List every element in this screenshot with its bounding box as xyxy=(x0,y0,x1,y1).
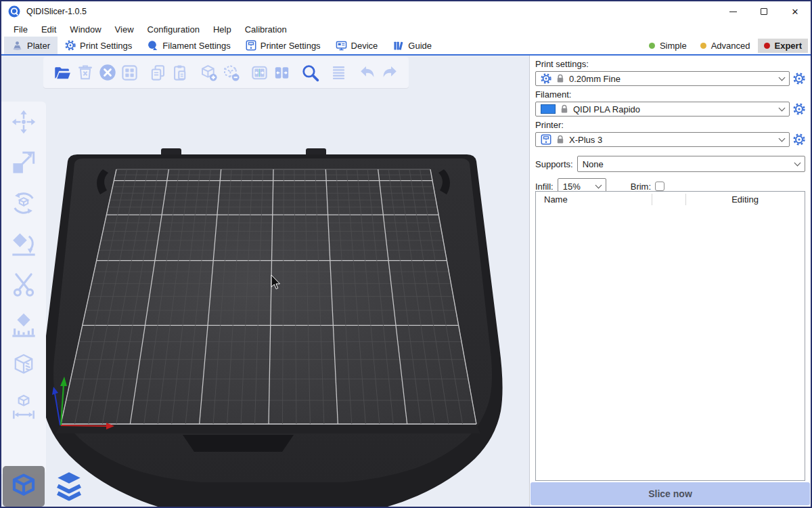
column-divider xyxy=(652,194,652,205)
mode-expert[interactable]: Expert xyxy=(758,39,808,53)
object-list[interactable]: Name Editing xyxy=(535,191,805,481)
bed-handle xyxy=(183,435,294,452)
paste-button[interactable] xyxy=(169,59,191,86)
variable-layer-height-icon xyxy=(330,64,348,82)
mode-simple[interactable]: Simple xyxy=(643,39,693,53)
filament-value: QIDI PLA Rapido xyxy=(573,104,640,114)
menu-calibration[interactable]: Calibration xyxy=(238,23,294,36)
settings-panel: Print settings: 0.20mm Fine Filament: QI… xyxy=(529,56,811,507)
menu-view[interactable]: View xyxy=(108,23,141,36)
slice-now-button[interactable]: Slice now xyxy=(531,482,810,505)
copy-button[interactable] xyxy=(147,59,169,86)
tab-label: Guide xyxy=(408,41,432,51)
view-mode-switcher xyxy=(3,466,90,507)
paint-supports-icon xyxy=(10,312,37,339)
3d-editor-icon xyxy=(9,471,39,501)
remove-instance-button[interactable] xyxy=(220,59,242,86)
preview-view-button[interactable] xyxy=(48,466,90,507)
tab-plater[interactable]: Plater xyxy=(4,37,58,54)
paint-supports-button[interactable] xyxy=(9,310,39,340)
guide-icon xyxy=(392,40,404,51)
lock-icon xyxy=(560,104,568,114)
split-to-objects-button[interactable] xyxy=(248,59,271,86)
printer-icon xyxy=(246,40,256,51)
menu-window[interactable]: Window xyxy=(63,23,108,36)
paste-icon xyxy=(171,64,189,82)
close-icon: ✕ xyxy=(792,7,799,16)
maximize-button[interactable] xyxy=(748,1,780,22)
printer-combo[interactable]: X-Plus 3 xyxy=(535,132,790,147)
undo-button[interactable] xyxy=(356,59,378,86)
plate-bevel xyxy=(55,424,480,433)
delete-button[interactable] xyxy=(74,59,96,86)
gear-icon xyxy=(65,40,76,51)
plater-icon xyxy=(12,40,23,51)
rotate-button[interactable] xyxy=(9,188,39,218)
mode-switcher: Simple Advanced Expert xyxy=(643,37,811,54)
printer-label: Printer: xyxy=(535,120,805,130)
filament-gear-button[interactable] xyxy=(793,103,805,115)
move-button[interactable] xyxy=(9,107,39,137)
3d-editor-view-button[interactable] xyxy=(3,466,45,507)
tab-print-settings[interactable]: Print Settings xyxy=(58,37,139,54)
menu-edit[interactable]: Edit xyxy=(35,23,63,36)
redo-icon xyxy=(380,63,399,82)
add-instance-icon xyxy=(200,64,218,82)
filament-color-swatch xyxy=(541,104,556,114)
brim-checkbox[interactable] xyxy=(655,182,664,191)
print-settings-label: Print settings: xyxy=(535,59,805,69)
column-divider xyxy=(685,194,686,205)
printer-icon xyxy=(541,134,551,145)
tab-printer-settings[interactable]: Printer Settings xyxy=(238,37,328,54)
remove-instance-icon xyxy=(222,64,240,82)
mode-label: Simple xyxy=(660,41,687,51)
tab-device[interactable]: Device xyxy=(328,37,386,54)
cut-button[interactable] xyxy=(9,270,39,299)
3d-viewport[interactable] xyxy=(1,56,529,507)
printer-gear-button[interactable] xyxy=(793,133,805,146)
scale-button[interactable] xyxy=(9,148,39,177)
tab-label: Plater xyxy=(27,41,50,51)
mode-advanced[interactable]: Advanced xyxy=(694,39,757,53)
menu-help[interactable]: Help xyxy=(206,23,238,36)
tab-label: Device xyxy=(351,41,378,51)
redo-button[interactable] xyxy=(378,59,401,86)
place-on-face-button[interactable] xyxy=(9,229,39,259)
chevron-down-icon xyxy=(779,135,786,142)
brim-label: Brim: xyxy=(631,182,651,192)
split-to-parts-button[interactable] xyxy=(271,59,293,86)
filament-combo[interactable]: QIDI PLA Rapido xyxy=(535,102,790,117)
close-button[interactable]: ✕ xyxy=(780,1,811,22)
lock-icon xyxy=(556,135,564,144)
printer-value: X-Plus 3 xyxy=(569,135,602,145)
expert-dot-icon xyxy=(764,43,770,49)
menu-file[interactable]: File xyxy=(7,23,35,36)
supports-value: None xyxy=(583,159,604,169)
tab-filament-settings[interactable]: Filament Settings xyxy=(139,37,238,54)
add-instance-button[interactable] xyxy=(198,59,220,86)
seam-button[interactable] xyxy=(9,351,39,381)
delete-all-button[interactable] xyxy=(96,59,118,86)
tab-label: Filament Settings xyxy=(162,41,230,51)
search-button[interactable] xyxy=(299,59,321,86)
advanced-dot-icon xyxy=(700,43,706,49)
arrange-button[interactable] xyxy=(118,59,141,86)
variable-layer-height-button[interactable] xyxy=(328,59,350,86)
supports-combo[interactable]: None xyxy=(577,156,805,172)
measure-button[interactable] xyxy=(9,391,39,421)
print-settings-gear-button[interactable] xyxy=(793,72,805,85)
measure-icon xyxy=(10,393,37,420)
minimize-button[interactable] xyxy=(717,1,748,22)
chevron-down-icon xyxy=(779,74,786,81)
print-settings-value: 0.20mm Fine xyxy=(569,74,621,84)
open-folder-icon xyxy=(53,64,72,82)
print-settings-combo[interactable]: 0.20mm Fine xyxy=(535,71,790,86)
app-window: QIDISlicer-1.0.5 ✕ File Edit Window View… xyxy=(0,0,812,508)
open-button[interactable] xyxy=(51,59,74,86)
arrange-icon xyxy=(120,64,139,82)
menu-configuration[interactable]: Configuration xyxy=(141,23,206,36)
delete-icon xyxy=(76,64,94,81)
tab-guide[interactable]: Guide xyxy=(385,37,439,54)
move-icon xyxy=(10,108,37,135)
chevron-down-icon xyxy=(794,159,801,166)
